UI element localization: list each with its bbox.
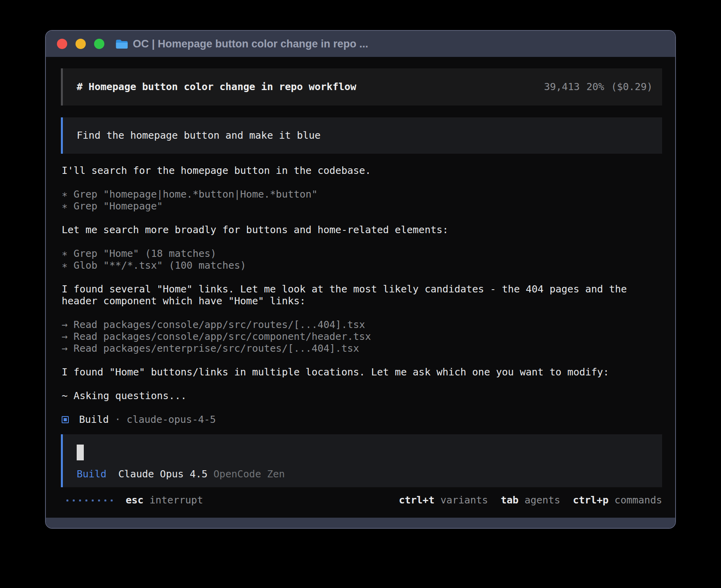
minimize-button[interactable] [75, 39, 86, 49]
user-message-text: Find the homepage button and make it blu… [77, 130, 321, 141]
assistant-text: I found several "Home" links. Let me loo… [62, 283, 662, 295]
tool-call-group: ∗ Grep "Home" (18 matches) ∗ Glob "**/*.… [62, 248, 662, 271]
session-header: # Homepage button color change in repo w… [61, 68, 662, 106]
working-status: ~ Asking questions... [62, 390, 662, 402]
window-bottom-strip [46, 518, 675, 528]
context-percentage: 20% [586, 81, 604, 93]
tool-call-glob: ∗ Glob "**/*.tsx" (100 matches) [62, 260, 662, 271]
assistant-text: I found "Home" buttons/links in multiple… [62, 366, 662, 378]
tool-call-group: ∗ Grep "homepage|home.*button|Home.*butt… [62, 188, 662, 212]
prompt-input[interactable]: Build Claude Opus 4.5 OpenCode Zen [61, 434, 662, 487]
agent-name: Build [79, 414, 109, 426]
assistant-text: Let me search more broadly for buttons a… [62, 224, 662, 236]
agent-model: claude-opus-4-5 [126, 414, 216, 426]
token-count: 39,413 [544, 81, 579, 93]
window-controls [57, 39, 104, 49]
window-titlebar: OC | Homepage button color change in rep… [46, 31, 675, 57]
assistant-text: header component which have "Home" links… [62, 295, 662, 307]
window-title: OC | Homepage button color change in rep… [133, 38, 368, 50]
tool-call-read: → Read packages/console/app/src/componen… [62, 331, 662, 343]
activity-dots-icon [66, 499, 113, 501]
mode-indicator[interactable]: Build [77, 468, 106, 480]
tool-call-grep: ∗ Grep "Homepage" [62, 200, 662, 212]
separator-dot: · [115, 414, 121, 426]
user-message: Find the homepage button and make it blu… [61, 117, 662, 154]
tool-call-grep: ∗ Grep "homepage|home.*button|Home.*butt… [62, 188, 662, 200]
session-title: # Homepage button color change in repo w… [77, 81, 356, 93]
tool-call-read: → Read packages/console/app/src/routes/[… [62, 319, 662, 331]
tool-call-read: → Read packages/enterprise/src/routes/[.… [62, 343, 662, 354]
maximize-button[interactable] [94, 39, 104, 49]
hint-interrupt: esc interrupt [126, 494, 203, 506]
status-bar-left: esc interrupt [62, 494, 203, 506]
hint-commands: ctrl+p commands [573, 494, 662, 506]
terminal-content: # Homepage button color change in repo w… [46, 57, 675, 518]
hint-variants: ctrl+t variants [399, 494, 488, 506]
text-cursor [77, 445, 84, 460]
status-bar: esc interrupt ctrl+t variants tab agents… [62, 494, 662, 506]
provider-name: OpenCode Zen [213, 468, 285, 480]
assistant-text: I'll search for the homepage button in t… [62, 165, 662, 177]
close-button[interactable] [57, 39, 67, 49]
model-name[interactable]: Claude Opus 4.5 [118, 468, 208, 480]
session-stats: 39,413 20% ($0.29) [544, 81, 653, 93]
tool-call-grep: ∗ Grep "Home" (18 matches) [62, 248, 662, 260]
hint-agents: tab agents [501, 494, 561, 506]
assistant-paragraph: I found several "Home" links. Let me loo… [62, 283, 662, 307]
status-bar-right: ctrl+t variants tab agents ctrl+p comman… [386, 494, 662, 506]
terminal-window: OC | Homepage button color change in rep… [45, 30, 676, 529]
agent-line: Build · claude-opus-4-5 [62, 414, 662, 426]
tool-call-group: → Read packages/console/app/src/routes/[… [62, 319, 662, 354]
folder-icon [115, 39, 128, 49]
agent-icon [62, 416, 69, 423]
session-cost: ($0.29) [611, 81, 653, 93]
model-row: Build Claude Opus 4.5 OpenCode Zen [77, 468, 648, 480]
